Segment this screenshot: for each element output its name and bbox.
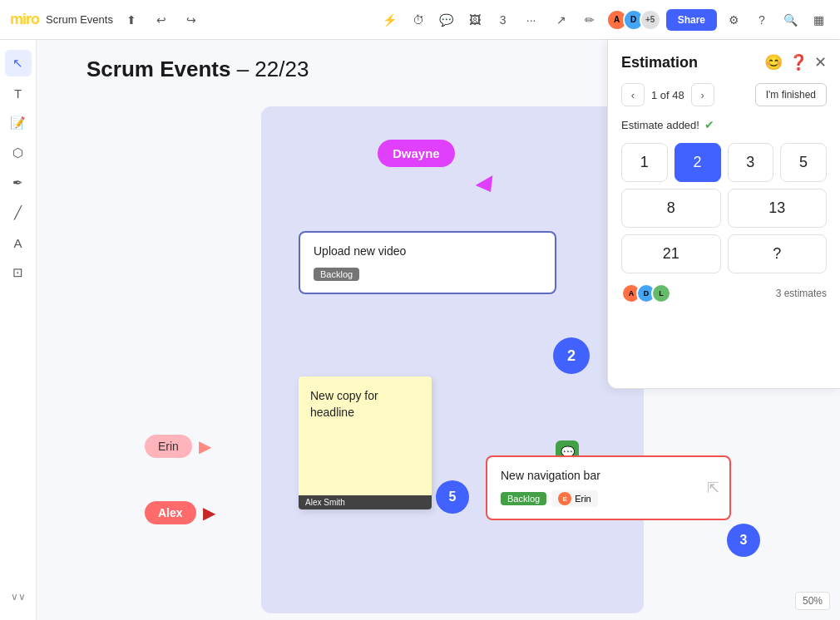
finished-button[interactable]: I'm finished <box>755 83 827 106</box>
pen-icon[interactable]: ✏ <box>578 8 601 32</box>
num-btn-21[interactable]: 21 <box>621 234 721 273</box>
note-title: New copy for headline <box>310 388 420 421</box>
estimate-added-banner: Estimate added! ✔ <box>621 118 827 131</box>
nav-count: 1 of 48 <box>651 89 684 101</box>
board-subtitle: – 22/23 <box>237 57 309 81</box>
note-card[interactable]: New copy for headline Alex Smith <box>299 376 432 509</box>
num-btn-13[interactable]: 13 <box>728 189 828 228</box>
help-icon[interactable]: ? <box>750 8 773 32</box>
avatar-count: +5 <box>640 9 661 31</box>
redo-button[interactable]: ↪ <box>180 8 203 32</box>
erin-user-indicator: Erin ▶ <box>145 435 211 458</box>
panel-title: Estimation <box>621 54 698 71</box>
search-icon[interactable]: 🔍 <box>778 8 802 32</box>
timer-icon[interactable]: ⏱ <box>407 8 430 32</box>
chat-icon[interactable]: 💬 <box>435 8 458 32</box>
upload-backlog-badge: Backlog <box>314 268 359 281</box>
est-avatar-3: L <box>651 283 671 303</box>
help-circle-icon[interactable]: ❓ <box>789 53 808 71</box>
estimate-bubble-3: 3 <box>727 524 760 557</box>
top-toolbar: miro Scrum Events ⬆ ↩ ↪ ⚡ ⏱ 💬 🖼 3 ··· ↗ … <box>0 0 840 40</box>
alex-smith-badge: Alex Smith <box>299 495 432 509</box>
nav-arrows: ‹ 1 of 48 › <box>621 83 714 106</box>
check-icon: ✔ <box>704 118 714 131</box>
panel-icons: 😊 ❓ ✕ <box>764 53 827 71</box>
estimate-added-text: Estimate added! <box>621 119 699 131</box>
arrow-tool[interactable]: A <box>5 229 32 256</box>
frame-icon[interactable]: 🖼 <box>463 8 487 32</box>
upload-card-title: Upload new video <box>314 244 541 258</box>
alex-user-indicator: Alex ▶ <box>145 501 215 524</box>
left-sidebar: ↖ T 📝 ⬡ ✒ ╱ A ⊡ ∨∨ <box>0 40 37 620</box>
erin-pill: Erin <box>145 435 192 458</box>
nav-erin-badge: E Erin <box>551 490 598 507</box>
board-title-text: Scrum Events <box>86 57 230 81</box>
erin-arrow-icon: ▶ <box>199 436 211 456</box>
note-tool[interactable]: 📝 <box>5 110 32 136</box>
toolbar-center: ⚡ ⏱ 💬 🖼 3 ··· <box>378 8 543 32</box>
panel-header: Estimation 😊 ❓ ✕ <box>621 53 827 71</box>
miro-logo: miro <box>10 11 39 28</box>
shape-tool[interactable]: ⬡ <box>5 140 32 166</box>
cursor-icon[interactable]: ↗ <box>550 8 573 32</box>
dwayne-label: Dwayne <box>378 140 455 167</box>
number-grid-row1: 1 2 3 5 <box>621 143 827 182</box>
nav-card[interactable]: New navigation bar Backlog E Erin ⇱ <box>486 455 731 520</box>
share-button[interactable]: Share <box>666 9 717 31</box>
nav-card-badges: Backlog E Erin <box>501 490 716 507</box>
grid-icon[interactable]: ▦ <box>807 8 830 32</box>
more-icon[interactable]: ··· <box>520 8 543 32</box>
panel-footer: A D L 3 estimates <box>621 283 827 303</box>
next-arrow[interactable]: › <box>691 83 714 106</box>
alex-arrow-icon: ▶ <box>203 503 215 523</box>
estimate-bubble-5: 5 <box>436 480 469 514</box>
erin-avatar-small: E <box>558 492 571 505</box>
number-grid-row2: 8 13 <box>621 189 827 228</box>
num-btn-unknown[interactable]: ? <box>728 234 828 273</box>
num-btn-3[interactable]: 3 <box>728 143 774 182</box>
estimator-avatars: A D L <box>621 283 671 303</box>
number-grid-row3: 21 ? <box>621 234 827 273</box>
panel-nav: ‹ 1 of 48 › I'm finished <box>621 83 827 106</box>
pen-tool[interactable]: ✒ <box>5 170 32 196</box>
erin-badge-label: Erin <box>575 494 591 504</box>
emoji-icon[interactable]: 😊 <box>764 53 783 71</box>
upload-card[interactable]: Upload new video Backlog <box>299 231 556 294</box>
lightning-icon[interactable]: ⚡ <box>378 8 402 32</box>
num-btn-1[interactable]: 1 <box>621 143 668 182</box>
num-btn-8[interactable]: 8 <box>621 189 721 228</box>
more-tools[interactable]: ∨∨ <box>5 583 32 610</box>
avatar-group: A D +5 <box>606 9 661 31</box>
drag-icon: ⇱ <box>707 479 719 497</box>
upload-button[interactable]: ⬆ <box>120 8 143 32</box>
prev-arrow[interactable]: ‹ <box>621 83 645 106</box>
num-btn-5[interactable]: 5 <box>780 143 827 182</box>
board-name: Scrum Events <box>46 13 113 26</box>
frame-tool[interactable]: ⊡ <box>5 259 32 286</box>
select-tool[interactable]: ↖ <box>5 50 32 76</box>
toolbar-right: ↗ ✏ A D +5 Share ⚙ ? 🔍 ▦ <box>550 8 830 32</box>
line-tool[interactable]: ╱ <box>5 199 32 226</box>
zoom-indicator: 50% <box>795 592 830 610</box>
nav-card-title: New navigation bar <box>501 469 716 482</box>
close-icon[interactable]: ✕ <box>814 53 827 71</box>
text-tool[interactable]: T <box>5 80 32 106</box>
apps-icon[interactable]: 3 <box>492 8 515 32</box>
estimation-panel: Estimation 😊 ❓ ✕ ‹ 1 of 48 › I'm finishe… <box>607 40 840 389</box>
settings-icon[interactable]: ⚙ <box>722 8 745 32</box>
nav-backlog-badge: Backlog <box>501 492 546 505</box>
alex-pill: Alex <box>145 501 196 524</box>
estimates-count: 3 estimates <box>776 288 827 299</box>
toolbar-left: miro Scrum Events ⬆ ↩ ↪ <box>10 8 372 32</box>
estimate-bubble-2: 2 <box>553 337 590 374</box>
num-btn-2[interactable]: 2 <box>674 143 721 182</box>
undo-button[interactable]: ↩ <box>150 8 173 32</box>
